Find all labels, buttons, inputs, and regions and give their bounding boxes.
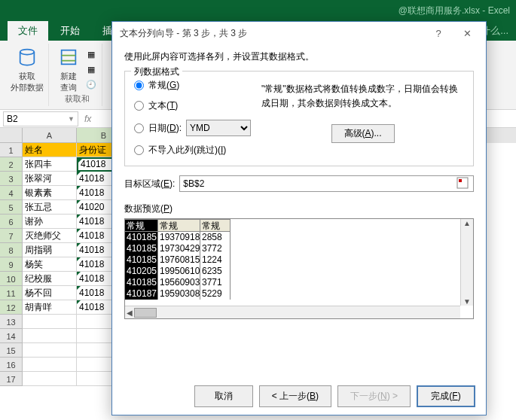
preview-cell[interactable]: 19590308 xyxy=(158,288,200,300)
preview-cell[interactable]: 19730429 xyxy=(158,243,200,254)
preview-cell[interactable]: 410185 xyxy=(125,254,158,266)
row-header[interactable]: 8 xyxy=(0,243,23,257)
cell[interactable] xyxy=(23,315,77,329)
svg-rect-3 xyxy=(459,179,462,182)
fieldset-legend: 列数据格式 xyxy=(131,65,182,78)
range-picker-icon[interactable] xyxy=(456,177,470,190)
preview-cell[interactable]: 19760815 xyxy=(158,254,200,266)
radio-text[interactable]: 文本(T) xyxy=(134,99,251,112)
cell[interactable]: 胡青咩 xyxy=(23,300,77,315)
svg-point-0 xyxy=(20,50,35,55)
svg-rect-1 xyxy=(62,50,76,65)
select-all-corner[interactable] xyxy=(0,128,23,143)
preview-cell[interactable]: 19370918 xyxy=(158,232,200,243)
fx-icon[interactable]: fx xyxy=(78,114,97,124)
preview-cell[interactable]: 19560903 xyxy=(158,277,200,288)
cell[interactable]: 周指弱 xyxy=(23,243,77,257)
row-header[interactable]: 17 xyxy=(0,372,23,386)
cell[interactable] xyxy=(23,372,77,386)
new-query-button[interactable]: 新建 查询 xyxy=(56,45,81,93)
row-header[interactable]: 10 xyxy=(0,272,23,286)
row-header[interactable]: 5 xyxy=(0,200,23,215)
row-header[interactable]: 14 xyxy=(0,329,23,343)
cell[interactable]: 张五忌 xyxy=(23,200,77,215)
data-preview[interactable]: 常规常规常规 410185193709182858410185197304293… xyxy=(124,218,474,319)
preview-col-header[interactable]: 常规 xyxy=(200,219,231,232)
cell[interactable]: 灭绝师父 xyxy=(23,229,77,243)
cell[interactable]: 姓名 xyxy=(23,143,77,157)
row-header[interactable]: 1 xyxy=(0,143,23,157)
scroll-up-icon[interactable]: ▲ xyxy=(463,219,471,227)
cell[interactable]: 银素素 xyxy=(23,186,77,200)
row-header[interactable]: 6 xyxy=(0,215,23,229)
preview-scrollbar-h[interactable]: ◀ xyxy=(125,306,460,318)
row-header[interactable]: 9 xyxy=(0,257,23,272)
cell[interactable]: 谢孙 xyxy=(23,215,77,229)
row-header[interactable]: 7 xyxy=(0,229,23,243)
column-data-format-fieldset: 列数据格式 常规(G) 文本(T) 日期(D): YM xyxy=(124,71,474,166)
row-header[interactable]: 3 xyxy=(0,172,23,186)
radio-general[interactable]: 常规(G) xyxy=(134,79,251,92)
tab-home[interactable]: 开始 xyxy=(50,21,90,41)
cell[interactable]: 纪校服 xyxy=(23,272,77,286)
row-header[interactable]: 13 xyxy=(0,315,23,329)
scroll-down-icon[interactable]: ▼ xyxy=(463,297,471,306)
close-button[interactable]: ✕ xyxy=(456,26,478,41)
row-header[interactable]: 2 xyxy=(0,157,23,172)
preview-row: 410185193709182858 xyxy=(125,232,473,243)
cell[interactable]: 张四丰 xyxy=(23,157,77,172)
cell[interactable]: 张翠河 xyxy=(23,172,77,186)
text-to-columns-wizard-dialog: 文本分列向导 - 第 3 步，共 3 步 ? ✕ 使用此屏内容可选择各列，并设置… xyxy=(111,21,487,415)
back-button[interactable]: < 上一步(B) xyxy=(259,385,331,407)
database-icon xyxy=(15,45,39,69)
cell[interactable] xyxy=(23,343,77,358)
cell[interactable]: 杨不回 xyxy=(23,286,77,300)
radio-skip[interactable]: 不导入此列(跳过)(I) xyxy=(134,144,251,157)
ribbon-small-2[interactable]: ▦ xyxy=(85,63,97,75)
cell[interactable]: 杨笑 xyxy=(23,257,77,272)
preview-cell[interactable]: 1224 xyxy=(200,254,231,266)
preview-row: 410185197304293772 xyxy=(125,243,473,254)
help-button[interactable]: ? xyxy=(427,26,450,41)
preview-cell[interactable]: 410205 xyxy=(125,266,158,277)
cell[interactable] xyxy=(23,329,77,343)
scroll-left-icon[interactable]: ◀ xyxy=(127,309,133,317)
destination-input[interactable]: $B$2 xyxy=(179,175,474,192)
tab-file[interactable]: 文件 xyxy=(8,21,48,41)
preview-cell[interactable]: 410187 xyxy=(125,288,158,300)
row-header[interactable]: 12 xyxy=(0,300,23,315)
cancel-button[interactable]: 取消 xyxy=(194,385,253,407)
scroll-thumb[interactable] xyxy=(134,308,157,318)
preview-scrollbar-v[interactable]: ▲ ▼ xyxy=(460,219,473,306)
preview-col-header[interactable]: 常规 xyxy=(158,219,200,232)
row-header[interactable]: 4 xyxy=(0,186,23,200)
table-icon: ▦ xyxy=(85,63,97,75)
advanced-button[interactable]: 高级(A)... xyxy=(331,124,395,143)
ribbon-small-1[interactable]: ▦ xyxy=(85,48,97,60)
cell[interactable] xyxy=(23,358,77,372)
date-format-select[interactable]: YMD xyxy=(186,120,251,136)
preview-row: 410185195609033771 xyxy=(125,277,473,288)
col-header-a[interactable]: A xyxy=(23,128,77,143)
get-external-data-button[interactable]: 获取 外部数据 xyxy=(11,45,44,93)
name-box[interactable]: B2 ▼ xyxy=(3,111,78,126)
row-header[interactable]: 16 xyxy=(0,358,23,372)
finish-button[interactable]: 完成(F) xyxy=(417,385,475,407)
chevron-down-icon: ▼ xyxy=(68,115,75,123)
preview-cell[interactable]: 3772 xyxy=(200,243,231,254)
row-header[interactable]: 11 xyxy=(0,286,23,300)
row-header[interactable]: 15 xyxy=(0,343,23,358)
preview-cell[interactable]: 410185 xyxy=(125,232,158,243)
ribbon-small-3[interactable]: 🕘 xyxy=(85,78,97,90)
preview-cell[interactable]: 410185 xyxy=(125,243,158,254)
dialog-titlebar[interactable]: 文本分列向导 - 第 3 步，共 3 步 ? ✕ xyxy=(112,22,486,44)
preview-row: 410205199506106235 xyxy=(125,266,473,277)
preview-cell[interactable]: 6235 xyxy=(200,266,231,277)
radio-date[interactable]: 日期(D): YMD xyxy=(134,120,251,136)
preview-col-header[interactable]: 常规 xyxy=(125,219,158,232)
preview-cell[interactable]: 2858 xyxy=(200,232,231,243)
preview-cell[interactable]: 5229 xyxy=(200,288,231,300)
preview-cell[interactable]: 410185 xyxy=(125,277,158,288)
preview-cell[interactable]: 3771 xyxy=(200,277,231,288)
preview-cell[interactable]: 19950610 xyxy=(158,266,200,277)
